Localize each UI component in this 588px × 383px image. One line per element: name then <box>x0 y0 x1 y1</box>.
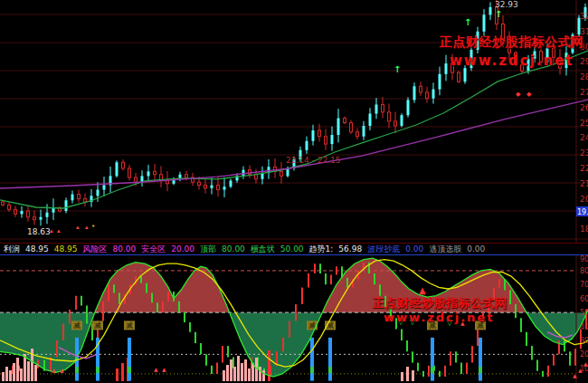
stock-chart-app: 323130292827262524232221201819.0032.9322… <box>0 0 588 383</box>
svg-text:18: 18 <box>580 225 588 234</box>
svg-text:20: 20 <box>580 350 588 359</box>
red-dot-icon: ▴ <box>57 227 61 235</box>
svg-text:22.14 - 22.15: 22.14 - 22.15 <box>286 156 341 165</box>
red-triangle-icon: ▲ <box>460 320 465 326</box>
ma-line-purple <box>0 100 588 188</box>
grid-lines <box>0 0 588 243</box>
svg-text:60: 60 <box>580 295 588 303</box>
indicator-param: 80.00 <box>222 244 245 254</box>
svg-text:30: 30 <box>580 337 588 345</box>
yellow-dot-icon: • <box>91 223 95 230</box>
indicator-param: 48.95 <box>54 244 78 254</box>
svg-text:90: 90 <box>580 255 588 263</box>
price-annotations: 32.9322.14 - 22.1518.63 <box>27 0 518 236</box>
green-down-triangle-icon: ▽ <box>447 319 453 327</box>
svg-text:40: 40 <box>580 323 588 331</box>
svg-text:25: 25 <box>580 119 588 128</box>
red-triangle-icon: ▲ <box>154 366 158 372</box>
indicator-param: 横盘状 <box>251 244 275 254</box>
indicator-param: 20.00 <box>171 244 194 254</box>
sell-diamond-icon: ◆ <box>516 91 521 98</box>
red-triangle-icon: ▲ <box>573 372 577 378</box>
svg-text:27: 27 <box>580 88 588 97</box>
sell-diamond-icon: ◆ <box>559 60 564 67</box>
blue-signal-bar <box>128 338 131 381</box>
svg-text:19.00: 19.00 <box>577 208 588 216</box>
svg-text:22: 22 <box>580 164 588 173</box>
svg-text:29: 29 <box>580 57 588 66</box>
ma-lines <box>0 51 588 208</box>
indicator-param: 逃顶选股 <box>429 244 461 254</box>
svg-text:10: 10 <box>580 365 588 373</box>
red-triangle-icon: ▲ <box>60 367 64 373</box>
buy-arrow-icon: ↑ <box>464 17 471 27</box>
indicator-param: 顶部 <box>200 244 216 254</box>
svg-text:20: 20 <box>580 195 588 204</box>
svg-text:80: 80 <box>580 267 588 275</box>
svg-text:26: 26 <box>580 103 588 112</box>
red-triangle-icon: ▲ <box>162 366 166 372</box>
svg-text:减: 减 <box>477 321 484 330</box>
blue-signal-bar <box>431 338 434 381</box>
svg-text:28: 28 <box>580 72 588 81</box>
svg-text:减: 减 <box>126 321 133 330</box>
indicator-param: 趋势1: <box>309 244 334 254</box>
svg-text:32.93: 32.93 <box>495 0 518 9</box>
red-triangle-icon: ▲ <box>52 367 56 373</box>
svg-text:减: 减 <box>73 321 81 330</box>
red-dot-icon: ▴ <box>85 224 89 231</box>
blue-signal-bar <box>310 338 314 381</box>
indicator-param: 风险区 <box>83 244 108 254</box>
buy-arrow-icon: ↑ <box>394 64 401 74</box>
current-price-tag: 19.00 <box>576 206 588 216</box>
blue-signal-bar <box>479 338 482 381</box>
indicator-param: 波段抄底 <box>367 244 400 254</box>
indicator-param: 56.98 <box>338 244 362 254</box>
candlestick-series <box>2 0 587 225</box>
svg-text:21: 21 <box>580 179 588 188</box>
indicator-panel[interactable]: 减减减减减减减▲▲▲▲▲▲▲▲▽▽▽▲908070605040302010 <box>0 255 588 383</box>
big-red-triangle-icon: ▲ <box>419 285 426 295</box>
blue-signal-bar <box>328 338 332 381</box>
svg-text:24: 24 <box>580 133 588 142</box>
buy-arrow-icon: ↑ <box>495 9 502 19</box>
svg-text:减: 减 <box>94 321 101 330</box>
indicator-param: 0.00 <box>467 244 485 254</box>
red-dot-icon: ▴ <box>76 224 80 231</box>
oscillator-fill <box>0 258 588 377</box>
svg-text:23: 23 <box>580 148 588 158</box>
indicator-param: 利润 <box>4 244 20 254</box>
indicator-param: 50.00 <box>280 244 304 254</box>
indicator-param: 安全区 <box>141 244 166 254</box>
svg-text:18.63: 18.63 <box>27 227 51 236</box>
svg-text:50: 50 <box>580 309 588 317</box>
indicator-param: 0.00 <box>405 244 423 254</box>
green-down-triangle-icon: ▽ <box>398 318 404 326</box>
indicator-param: 48.95 <box>25 244 49 254</box>
svg-text:30: 30 <box>580 43 588 52</box>
sell-diamond-icon: ◆ <box>526 91 532 98</box>
indicator-param: 80.00 <box>113 244 137 254</box>
red-dot-icon: ▴ <box>50 227 53 235</box>
main-y-axis: 3231302928272625242322212018 <box>580 12 588 234</box>
svg-text:32: 32 <box>580 12 588 21</box>
svg-text:减: 减 <box>429 321 436 330</box>
main-price-chart[interactable]: 323130292827262524232221201819.0032.9322… <box>0 0 588 243</box>
indicator-parameter-bar: 利润48.9548.95风险区80.00安全区20.00顶部80.00横盘状50… <box>0 243 588 254</box>
green-down-triangle-icon: ▽ <box>410 318 416 326</box>
svg-text:70: 70 <box>580 281 588 289</box>
indicator-y-axis: 908070605040302010 <box>580 255 588 373</box>
svg-text:31: 31 <box>580 27 588 36</box>
